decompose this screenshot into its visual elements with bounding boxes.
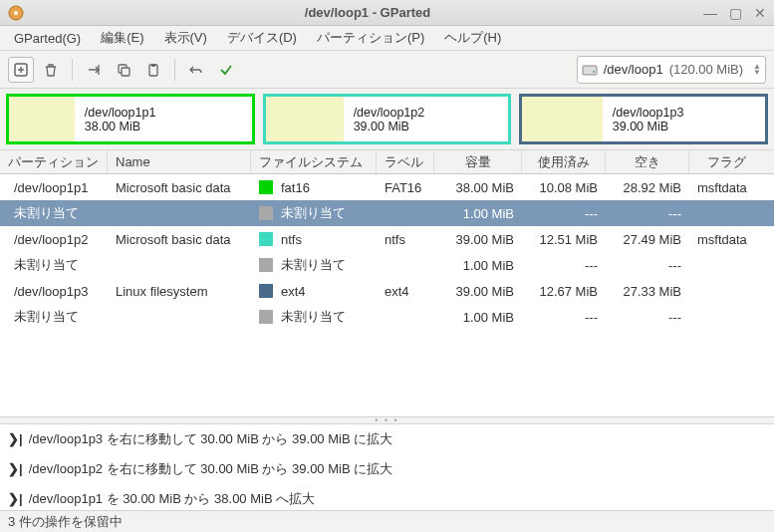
diskmap-used-fill	[522, 97, 602, 141]
col-name[interactable]: Name	[108, 150, 251, 173]
cell-free: ---	[606, 206, 689, 221]
close-button[interactable]: ✕	[754, 6, 766, 20]
cell-capacity: 38.00 MiB	[434, 180, 522, 195]
pending-operations: ❯|/dev/loop1p3 を右に移動して 30.00 MiB から 39.0…	[0, 424, 774, 511]
cell-capacity: 1.00 MiB	[434, 310, 522, 325]
operation-text: /dev/loop1p2 を右に移動して 30.00 MiB から 39.00 …	[29, 460, 393, 478]
resize-op-icon: ❯|	[8, 431, 23, 446]
cell-free: 27.33 MiB	[606, 284, 689, 299]
cell-filesystem: fat16	[251, 180, 377, 195]
new-partition-button[interactable]	[8, 57, 34, 83]
col-free[interactable]: 空き	[606, 150, 689, 173]
operation-text: /dev/loop1p1 を 30.00 MiB から 38.00 MiB へ拡…	[29, 490, 316, 508]
copy-button[interactable]	[111, 57, 136, 83]
operation-row[interactable]: ❯|/dev/loop1p3 を右に移動して 30.00 MiB から 39.0…	[0, 424, 774, 454]
cell-filesystem: 未割り当て	[251, 204, 377, 222]
undo-button[interactable]	[183, 57, 209, 83]
col-label[interactable]: ラベル	[377, 150, 434, 173]
toolbar-separator	[72, 59, 73, 81]
diskmap-partition[interactable]: /dev/loop1p339.00 MiB	[519, 94, 768, 144]
diskmap-info: /dev/loop1p239.00 MiB	[344, 97, 509, 141]
cell-name: Microsoft basic data	[108, 232, 251, 247]
cell-free: ---	[606, 258, 689, 273]
table-row[interactable]: /dev/loop1p2Microsoft basic datantfsntfs…	[0, 226, 774, 252]
menu-view[interactable]: 表示(V)	[156, 26, 215, 50]
cell-capacity: 1.00 MiB	[434, 206, 522, 221]
cell-filesystem: ntfs	[251, 232, 377, 247]
delete-partition-button[interactable]	[38, 57, 64, 83]
partition-table: /dev/loop1p1Microsoft basic datafat16FAT…	[0, 174, 774, 330]
device-selector[interactable]: /dev/loop1 (120.00 MiB) ▲▼	[577, 56, 766, 84]
fs-color-swatch	[259, 258, 273, 272]
menu-help[interactable]: ヘルプ(H)	[436, 26, 509, 50]
diskmap-partition-size: 39.00 MiB	[354, 120, 509, 133]
cell-free: ---	[606, 310, 689, 325]
paste-button[interactable]	[140, 57, 166, 83]
cell-flags: msftdata	[689, 232, 763, 247]
cell-label: ext4	[377, 284, 434, 299]
cell-capacity: 39.00 MiB	[434, 232, 522, 247]
svg-point-11	[593, 71, 595, 73]
diskmap-partition[interactable]: /dev/loop1p239.00 MiB	[263, 94, 512, 144]
table-row[interactable]: 未割り当て未割り当て1.00 MiB------	[0, 252, 774, 278]
operation-row[interactable]: ❯|/dev/loop1p2 を右に移動して 30.00 MiB から 39.0…	[0, 454, 774, 484]
device-name: /dev/loop1	[604, 62, 663, 77]
cell-used: 10.08 MiB	[522, 180, 606, 195]
app-icon	[8, 5, 24, 21]
table-row[interactable]: 未割り当て未割り当て1.00 MiB------	[0, 200, 774, 226]
col-flags[interactable]: フラグ	[689, 150, 763, 173]
fs-color-swatch	[259, 310, 273, 324]
diskmap-partition-size: 39.00 MiB	[613, 120, 765, 133]
diskmap-info: /dev/loop1p138.00 MiB	[75, 97, 252, 141]
svg-rect-10	[583, 66, 597, 75]
minimize-button[interactable]: —	[703, 6, 717, 20]
fs-color-swatch	[259, 232, 273, 246]
menu-gparted[interactable]: GParted(G)	[6, 28, 89, 49]
resize-move-button[interactable]	[81, 57, 107, 83]
maximize-button[interactable]: ▢	[729, 6, 742, 20]
table-row[interactable]: /dev/loop1p3Linux filesystemext4ext439.0…	[0, 278, 774, 304]
operation-text: /dev/loop1p3 を右に移動して 30.00 MiB から 39.00 …	[29, 430, 393, 448]
col-partition[interactable]: パーティション	[0, 150, 108, 173]
svg-rect-9	[151, 64, 155, 67]
svg-point-1	[14, 11, 18, 15]
cell-name: Microsoft basic data	[108, 180, 251, 195]
fs-color-swatch	[259, 284, 273, 298]
partition-table-header: パーティション Name ファイルシステム ラベル 容量 使用済み 空き フラグ	[0, 150, 774, 174]
disk-icon	[582, 62, 598, 78]
table-row[interactable]: 未割り当て未割り当て1.00 MiB------	[0, 304, 774, 330]
col-capacity[interactable]: 容量	[434, 150, 522, 173]
menubar: GParted(G) 編集(E) 表示(V) デバイス(D) パーティション(P…	[0, 26, 774, 51]
window-title: /dev/loop1 - GParted	[32, 5, 703, 20]
cell-partition: /dev/loop1p2	[0, 232, 108, 247]
col-filesystem[interactable]: ファイルシステム	[251, 150, 377, 173]
chevron-updown-icon: ▲▼	[753, 64, 761, 76]
menu-device[interactable]: デバイス(D)	[219, 26, 305, 50]
cell-capacity: 1.00 MiB	[434, 258, 522, 273]
diskmap-info: /dev/loop1p339.00 MiB	[603, 97, 765, 141]
col-used[interactable]: 使用済み	[522, 150, 606, 173]
cell-free: 27.49 MiB	[606, 232, 689, 247]
menu-edit[interactable]: 編集(E)	[93, 26, 151, 50]
apply-button[interactable]	[213, 57, 239, 83]
fs-color-swatch	[259, 206, 273, 220]
resize-op-icon: ❯|	[8, 491, 23, 506]
cell-filesystem: ext4	[251, 284, 377, 299]
splitter-handle[interactable]: • • •	[0, 416, 774, 424]
cell-partition: 未割り当て	[0, 308, 108, 326]
cell-used: ---	[522, 310, 606, 325]
cell-capacity: 39.00 MiB	[434, 284, 522, 299]
device-size: (120.00 MiB)	[669, 62, 743, 77]
table-row[interactable]: /dev/loop1p1Microsoft basic datafat16FAT…	[0, 174, 774, 200]
cell-partition: /dev/loop1p3	[0, 284, 108, 299]
menu-partition[interactable]: パーティション(P)	[309, 26, 432, 50]
cell-filesystem: 未割り当て	[251, 308, 377, 326]
cell-name: Linux filesystem	[108, 284, 251, 299]
diskmap-used-fill	[9, 97, 75, 141]
diskmap-partition-name: /dev/loop1p2	[354, 106, 509, 120]
status-bar: 3 件の操作を保留中	[0, 510, 774, 532]
diskmap-partition[interactable]: /dev/loop1p138.00 MiB	[6, 94, 255, 144]
cell-used: ---	[522, 258, 606, 273]
operation-row[interactable]: ❯|/dev/loop1p1 を 30.00 MiB から 38.00 MiB …	[0, 484, 774, 511]
toolbar-separator	[174, 59, 175, 81]
